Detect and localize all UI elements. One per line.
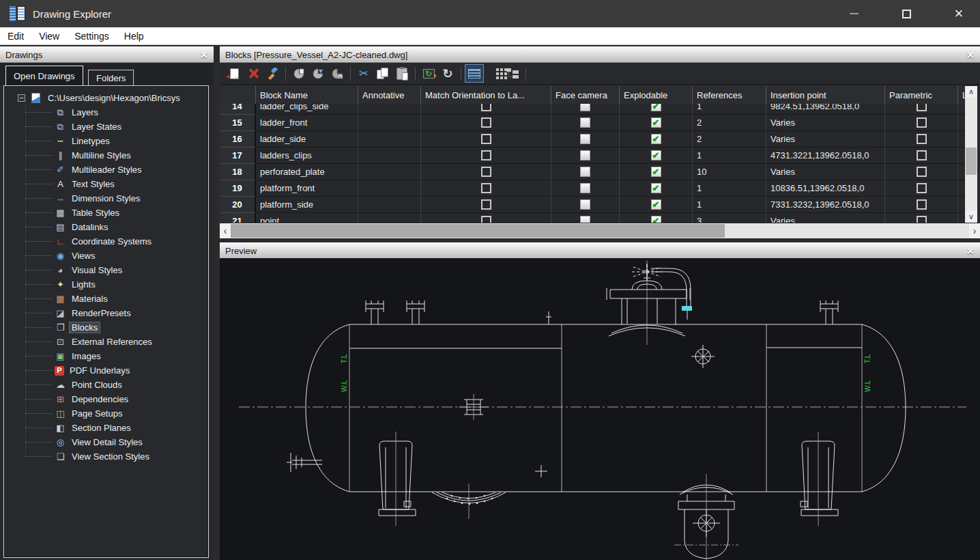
face-camera-checkbox[interactable] <box>580 104 590 111</box>
cell-row-number[interactable]: 19 <box>220 180 256 197</box>
parametric-checkbox[interactable] <box>917 216 927 223</box>
cell-insertion-point[interactable]: 9824.51,13962.0518,0 <box>766 104 885 115</box>
horizontal-scroll-thumb[interactable] <box>231 224 725 238</box>
tree-item-lights[interactable]: ✦Lights <box>4 277 208 292</box>
cell-block-name[interactable]: ladder_front <box>256 115 358 131</box>
tree-item-multiline-styles[interactable]: ∥Multiline Styles <box>4 148 208 163</box>
column-header-references[interactable]: References <box>693 86 766 104</box>
tree-item-layers[interactable]: ⧉Layers <box>4 105 208 120</box>
tree-item-blocks[interactable]: ❐Blocks <box>4 320 208 335</box>
tree-item-view-detail-styles[interactable]: ◎View Detail Styles <box>4 435 208 449</box>
insert-block-button[interactable] <box>308 64 328 83</box>
face-camera-checkbox[interactable] <box>580 167 590 177</box>
minimize-button[interactable] <box>838 0 869 27</box>
drawings-panel-close-icon[interactable]: × <box>201 48 207 63</box>
collapse-icon[interactable]: − <box>18 94 25 102</box>
parametric-checkbox[interactable] <box>917 117 927 128</box>
cell-extra[interactable] <box>958 148 965 164</box>
table-row[interactable]: 18perforated_plate✔10Varies <box>220 164 965 180</box>
explodable-checkbox[interactable]: ✔ <box>651 150 661 160</box>
copy-button[interactable] <box>373 64 392 83</box>
tree-item-pdf-underlays[interactable]: PPDF Underlays <box>4 363 208 378</box>
tree-item-page-setups[interactable]: ◫Page Setups <box>4 406 208 421</box>
menu-item-view[interactable]: View <box>31 27 67 45</box>
table-row[interactable]: 17ladders_clips✔14731.3221,13962.0518,0 <box>220 148 965 164</box>
match-orientation-checkbox[interactable] <box>481 199 491 210</box>
purge-button[interactable] <box>263 64 282 83</box>
tab-folders[interactable]: Folders <box>88 70 134 85</box>
cell-block-name[interactable]: ladder_clips_side <box>256 104 358 115</box>
menu-item-edit[interactable]: Edit <box>0 27 31 45</box>
explodable-checkbox[interactable]: ✔ <box>651 199 661 210</box>
face-camera-checkbox[interactable] <box>580 134 590 144</box>
save-block-button[interactable] <box>328 64 347 83</box>
close-button[interactable]: × <box>943 0 975 27</box>
parametric-checkbox[interactable] <box>917 104 927 111</box>
tree-item-datalinks[interactable]: ▤Datalinks <box>4 220 208 234</box>
match-orientation-checkbox[interactable] <box>481 134 491 144</box>
column-header-insertion-point[interactable]: Insertion point <box>766 86 885 104</box>
tree-item-images[interactable]: ▣Images <box>4 349 208 363</box>
cell-block-name[interactable]: ladders_clips <box>256 148 358 164</box>
menu-item-settings[interactable]: Settings <box>67 27 117 45</box>
new-block-button[interactable]: * <box>225 64 244 83</box>
table-horizontal-scrollbar[interactable]: ‹ › <box>220 223 980 238</box>
cell-references[interactable]: 1 <box>693 148 766 164</box>
cell-row-number[interactable]: 21 <box>220 213 256 223</box>
explodable-checkbox[interactable]: ✔ <box>651 216 661 223</box>
cell-block-name[interactable]: ladder_side <box>256 131 358 148</box>
preview-panel-close-icon[interactable]: × <box>967 244 974 259</box>
cell-block-name[interactable]: platform_side <box>256 197 358 213</box>
tree-item-external-references[interactable]: ⊡External References <box>4 335 208 349</box>
match-orientation-checkbox[interactable] <box>481 104 491 111</box>
tree-item-table-styles[interactable]: ▦Table Styles <box>4 206 208 220</box>
delete-block-button[interactable] <box>244 64 263 83</box>
table-row[interactable]: 15ladder_front✔2Varies <box>220 115 965 131</box>
cell-extra[interactable] <box>958 164 965 180</box>
cell-extra[interactable] <box>958 131 965 148</box>
cell-extra[interactable] <box>958 115 965 131</box>
cell-insertion-point[interactable]: Varies <box>766 213 885 223</box>
column-header-parametric[interactable]: Parametric <box>885 86 958 104</box>
cell-extra[interactable] <box>958 180 965 197</box>
table-row[interactable]: 21point✔3Varies <box>220 213 965 223</box>
parametric-checkbox[interactable] <box>917 199 927 210</box>
scroll-right-icon[interactable]: › <box>969 223 980 238</box>
explodable-checkbox[interactable]: ✔ <box>651 167 661 177</box>
tree-item-multileader-styles[interactable]: ✐Multileader Styles <box>4 163 208 177</box>
parametric-checkbox[interactable] <box>917 167 927 177</box>
column-header-face-camera[interactable]: Face camera <box>551 86 620 104</box>
tree-item-materials[interactable]: ▦Materials <box>4 292 208 306</box>
column-header-match-orientation-to-la[interactable]: Match Orientation to La... <box>421 86 551 104</box>
cell-insertion-point[interactable]: 10836.51,13962.0518,0 <box>766 180 885 197</box>
tree-item-view-section-styles[interactable]: ❏View Section Styles <box>4 449 208 464</box>
cell-row-number[interactable]: 18 <box>220 164 256 180</box>
tree-item-linetypes[interactable]: ┅Linetypes <box>4 134 208 148</box>
match-orientation-checkbox[interactable] <box>481 117 491 128</box>
cell-references[interactable]: 1 <box>693 104 766 115</box>
face-camera-checkbox[interactable] <box>580 150 590 160</box>
details-view-button[interactable] <box>465 64 484 83</box>
tree-view-button[interactable] <box>503 64 522 83</box>
face-camera-checkbox[interactable] <box>580 199 590 210</box>
match-orientation-checkbox[interactable] <box>481 216 491 223</box>
match-orientation-checkbox[interactable] <box>481 167 491 177</box>
cell-extra[interactable] <box>958 197 965 213</box>
tree-item-views[interactable]: ◉Views <box>4 249 208 263</box>
paste-button[interactable] <box>392 64 412 83</box>
column-header-explodable[interactable]: Explodable <box>620 86 693 104</box>
cell-references[interactable]: 2 <box>693 115 766 131</box>
add-block-button[interactable] <box>289 64 308 83</box>
tree-item-layer-states[interactable]: ⧉Layer States <box>4 120 208 134</box>
parametric-checkbox[interactable] <box>917 183 927 193</box>
table-vertical-scrollbar[interactable]: ∧ ∨ <box>965 86 977 223</box>
cell-row-number[interactable]: 20 <box>220 197 256 213</box>
tree-item-coordinate-systems[interactable]: ∟Coordinate Systems <box>4 234 208 249</box>
cell-insertion-point[interactable]: Varies <box>766 131 885 148</box>
table-row[interactable]: 16ladder_side✔2Varies <box>220 131 965 148</box>
tree-item-visual-styles[interactable]: ◕Visual Styles <box>4 263 208 277</box>
tree-root[interactable]: − C:\Users\design\Hexagon\Bricsys <box>4 91 208 105</box>
scroll-down-icon[interactable]: ∨ <box>965 211 977 223</box>
explodable-checkbox[interactable]: ✔ <box>651 104 661 111</box>
cell-extra[interactable] <box>958 104 965 115</box>
